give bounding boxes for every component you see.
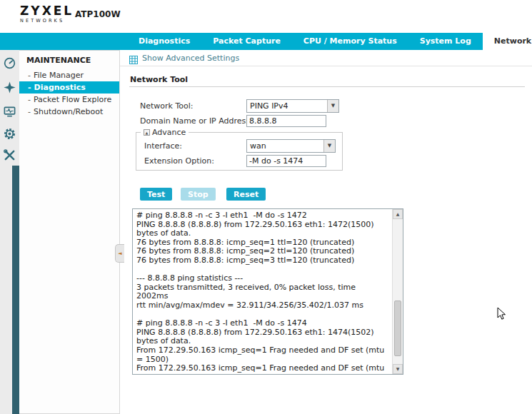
sidebar-item-file-manager[interactable]: -File Manager xyxy=(19,69,119,81)
configuration-icon[interactable] xyxy=(2,126,17,141)
advance-legend: ▲ Advance xyxy=(141,128,189,137)
brand-subtitle: NETWORKS xyxy=(20,18,74,24)
page-title: Network Tool xyxy=(130,75,188,84)
scrollbar-thumb[interactable] xyxy=(394,301,401,356)
reset-button[interactable]: Reset xyxy=(226,188,266,201)
item-bullet: - xyxy=(28,95,31,104)
item-bullet: - xyxy=(28,107,31,116)
app-header: ZYXEL NETWORKS ATP100W xyxy=(0,0,532,33)
test-button[interactable]: Test xyxy=(140,188,172,201)
sidebar-item-packet-flow-explore[interactable]: -Packet Flow Explore xyxy=(19,94,119,106)
ping-output-box[interactable]: # ping 8.8.8.8 -n -c 3 -I eth1 -M do -s … xyxy=(132,208,403,375)
stop-button[interactable]: Stop xyxy=(181,188,216,201)
nav-tabs: Diagnostics Packet Capture CPU / Memory … xyxy=(127,33,532,50)
monitor-icon[interactable] xyxy=(2,104,17,119)
sidebar-item-label: File Manager xyxy=(34,71,84,80)
chevron-down-icon[interactable]: ▼ xyxy=(327,100,338,112)
sidebar-item-shutdown-reboot[interactable]: -Shutdown/Reboot xyxy=(19,106,119,118)
sidebar-item-label: Shutdown/Reboot xyxy=(34,107,103,116)
top-nav-bar: Diagnostics Packet Capture CPU / Memory … xyxy=(0,33,532,50)
dashboard-icon[interactable] xyxy=(2,56,17,71)
ping-output-text: # ping 8.8.8.8 -n -c 3 -I eth1 -M do -s … xyxy=(133,209,391,374)
scroll-down-icon[interactable]: ▼ xyxy=(393,364,403,374)
network-tool-select[interactable]: PING IPv4 ▼ xyxy=(246,99,339,113)
extension-option-label: Extension Option: xyxy=(144,156,214,166)
app-window: ZYXEL NETWORKS ATP100W Diagnostics Packe… xyxy=(0,0,532,414)
tab-cpu-memory-status[interactable]: CPU / Memory Status xyxy=(292,33,408,50)
collapse-left-icon: ◄ xyxy=(118,251,121,256)
interface-select[interactable]: wan ▼ xyxy=(246,139,336,153)
extension-option-input[interactable] xyxy=(246,155,326,167)
domain-input[interactable] xyxy=(246,115,326,127)
tab-network-tool[interactable]: Network Tool xyxy=(483,33,532,50)
device-model: ATP100W xyxy=(75,9,121,19)
sidebar-menu-panel: MAINTENANCE -File Manager -Diagnostics -… xyxy=(19,50,120,414)
mouse-cursor xyxy=(497,307,506,323)
tab-system-log[interactable]: System Log xyxy=(408,33,483,50)
advance-legend-label: Advance xyxy=(152,128,186,137)
item-bullet: - xyxy=(28,83,31,92)
sidebar-item-label: Packet Flow Explore xyxy=(34,95,111,104)
zyxel-logo: ZYXEL NETWORKS xyxy=(20,5,74,24)
grid-icon xyxy=(129,54,138,67)
network-tool-selected-value: PING IPv4 xyxy=(250,101,326,111)
sidebar-icon-strip xyxy=(0,50,19,414)
scroll-up-icon[interactable]: ▲ xyxy=(393,209,403,219)
sidebar-item-diagnostics[interactable]: -Diagnostics xyxy=(19,81,119,94)
setup-wizard-icon[interactable] xyxy=(2,80,17,95)
interface-label: Interface: xyxy=(144,141,182,151)
advanced-settings-bar: Show Advanced Settings xyxy=(120,50,532,66)
brand-name: ZYXEL xyxy=(20,5,74,17)
sidebar-section-title: MAINTENANCE xyxy=(19,51,119,69)
output-scrollbar[interactable]: ▲ ▼ xyxy=(392,209,403,374)
chevron-down-icon[interactable]: ▼ xyxy=(323,140,335,152)
sidebar-collapse-button[interactable]: ◄ xyxy=(115,244,124,263)
maintenance-icon[interactable] xyxy=(2,148,17,163)
domain-label: Domain Name or IP Address: xyxy=(140,116,253,126)
tab-packet-capture[interactable]: Packet Capture xyxy=(201,33,292,50)
tab-diagnostics[interactable]: Diagnostics xyxy=(127,33,201,50)
divider xyxy=(129,86,525,87)
show-advanced-settings-link[interactable]: Show Advanced Settings xyxy=(142,54,239,63)
interface-selected-value: wan xyxy=(250,141,322,151)
item-bullet: - xyxy=(28,71,31,80)
network-tool-label: Network Tool: xyxy=(140,101,194,111)
sidebar-active-rail xyxy=(12,166,19,414)
sidebar-item-label: Diagnostics xyxy=(34,83,86,92)
collapse-section-icon[interactable]: ▲ xyxy=(144,129,150,136)
